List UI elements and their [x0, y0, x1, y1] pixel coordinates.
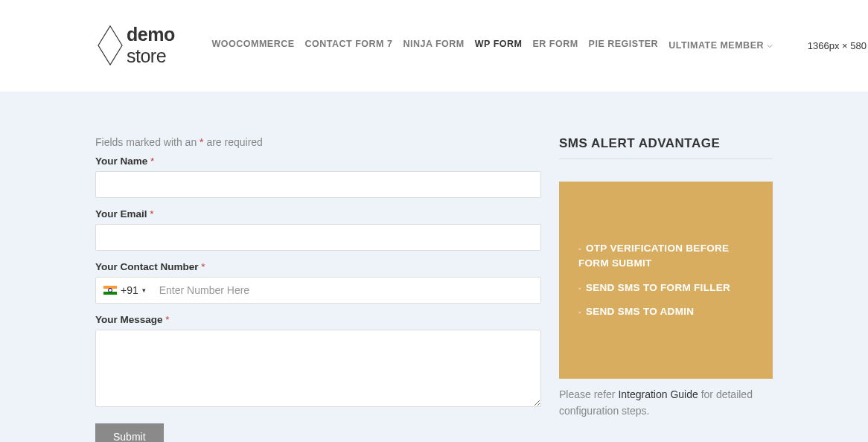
site-header: demo store WOOCOMMERCE CONTACT FORM 7 NI…: [0, 0, 868, 92]
logo-text: demo store: [127, 24, 190, 67]
phone-label: Your Contact Number *: [95, 261, 541, 272]
contact-form: Fields marked with an * are required You…: [95, 136, 541, 442]
chevron-down-icon: [767, 39, 773, 52]
site-logo[interactable]: demo store: [95, 24, 190, 67]
nav-ultimate-member: ULTIMATE MEMBER: [668, 40, 764, 51]
phone-field-group: Your Contact Number * +91 ▾: [95, 261, 541, 304]
sidebar-title: SMS ALERT ADVANTAGE: [559, 136, 773, 159]
integration-guide-note: Please refer Integration Guide for detai…: [559, 386, 773, 420]
name-label: Your Name *: [95, 156, 541, 167]
country-code-text: +91: [121, 284, 138, 296]
nav-ninja-form[interactable]: NINJA FORM: [403, 39, 464, 52]
nav-contact-form-7[interactable]: CONTACT FORM 7: [305, 39, 393, 52]
nav-er-form[interactable]: ER FORM: [532, 39, 578, 52]
submit-button[interactable]: Submit: [95, 423, 164, 442]
logo-diamond-icon: [95, 31, 125, 60]
nav-woocommerce[interactable]: WOOCOMMERCE: [212, 39, 295, 52]
main-content: Fields marked with an * are required You…: [0, 92, 868, 442]
nav-ultimate-member-wrapper[interactable]: ULTIMATE MEMBER: [668, 39, 773, 52]
phone-input[interactable]: [152, 278, 540, 303]
email-label: Your Email *: [95, 208, 541, 220]
advantage-item-sms-admin: ◦ SEND SMS TO ADMIN: [578, 304, 753, 319]
name-input[interactable]: [95, 171, 541, 198]
email-field-group: Your Email *: [95, 208, 541, 251]
email-input[interactable]: [95, 224, 541, 251]
advantage-box: ◦ OTP VERIFICATION BEFORE FORM SUBMIT ◦ …: [559, 182, 773, 379]
nav-pie-register[interactable]: PIE REGISTER: [589, 39, 659, 52]
dimensions-label: 1366px × 580: [808, 40, 867, 51]
message-field-group: Your Message *: [95, 314, 541, 410]
required-fields-note: Fields marked with an * are required: [95, 136, 541, 148]
sidebar: SMS ALERT ADVANTAGE ◦ OTP VERIFICATION B…: [559, 136, 773, 442]
nav-wp-form[interactable]: WP FORM: [475, 39, 523, 52]
integration-guide-link[interactable]: Integration Guide: [618, 388, 698, 400]
message-textarea[interactable]: [95, 330, 541, 407]
advantage-item-otp: ◦ OTP VERIFICATION BEFORE FORM SUBMIT: [578, 241, 753, 272]
caret-down-icon: ▾: [142, 286, 146, 294]
advantage-item-sms-filler: ◦ SEND SMS TO FORM FILLER: [578, 281, 753, 295]
phone-input-wrapper: +91 ▾: [95, 277, 541, 304]
main-nav: WOOCOMMERCE CONTACT FORM 7 NINJA FORM WP…: [212, 39, 773, 52]
message-label: Your Message *: [95, 314, 541, 325]
india-flag-icon: [103, 286, 117, 295]
country-code-selector[interactable]: +91 ▾: [96, 278, 152, 303]
name-field-group: Your Name *: [95, 156, 541, 198]
